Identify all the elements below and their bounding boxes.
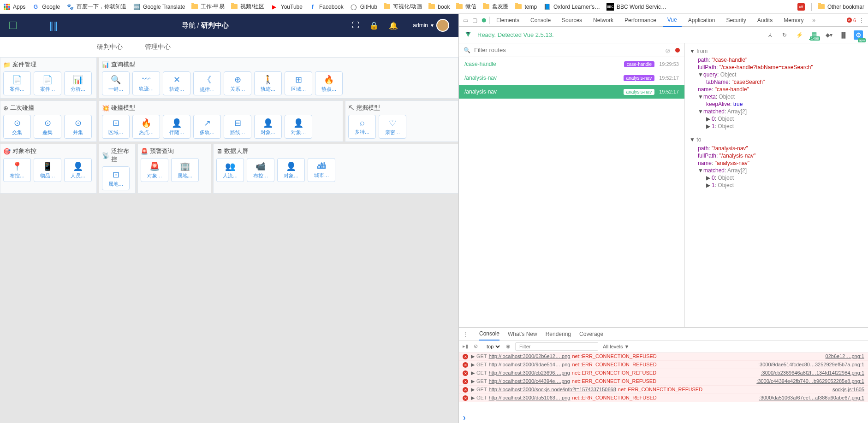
tile[interactable]: ↗多轨… [193,115,221,139]
log-row[interactable]: ✕▶GET http://localhost:3000/02b6e12….png… [459,352,868,361]
tile[interactable]: ♡亲密… [379,115,406,139]
tile[interactable]: ⊙交集 [3,115,31,139]
val-m0[interactable]: Object [718,116,734,122]
route-row[interactable]: /analysis-navanalysis-nav19:52:17 [459,85,684,99]
bookmark-folder-temp[interactable]: temp [515,4,537,10]
kebab-icon[interactable]: ⋮ [858,17,865,24]
bookmark-apps[interactable]: Apps [4,4,25,10]
console-prompt[interactable]: ❯ [459,413,868,423]
tile[interactable]: 🔍一键… [102,71,130,95]
val-meta[interactable]: Object [719,94,735,100]
tile[interactable]: 📱物品… [34,158,61,182]
tab-network[interactable]: Network [589,14,618,26]
bookmark-google[interactable]: GGoogle [32,3,60,11]
tile[interactable]: 👤伴随… [163,115,190,139]
route-row[interactable]: /analysis-navanalysis-nav19:52:17 [459,71,684,85]
bookmark-extension[interactable]: off [797,3,805,11]
tab-sources[interactable]: Sources [557,14,587,26]
record-icon[interactable] [675,48,680,53]
route-row[interactable]: /case-handlecase-handle19:29:53 [459,57,684,71]
log-source[interactable]: :3000/9dae514fcdec80…3252929ef5b7a.png:1 [758,362,864,368]
clear-icon[interactable]: ⊘ [474,343,480,350]
tab-research[interactable]: 研判中心 [97,38,123,56]
val-query[interactable]: Object [720,71,737,78]
tile[interactable]: 👤对象… [285,115,312,139]
tile[interactable]: 👤人员… [64,158,92,182]
tab-console[interactable]: Console [526,14,555,26]
breadcrumb-item[interactable]: 导航 [182,21,196,30]
drawer-tab-whatsnew[interactable]: What's New [508,328,537,340]
cube-icon[interactable]: ⬢ [480,17,488,24]
val-m0[interactable]: Object [718,175,734,181]
inspect-icon[interactable]: ▭ [462,17,469,24]
console-filter-input[interactable] [515,342,598,351]
tab-security[interactable]: Security [721,14,750,26]
tab-audits[interactable]: Audits [753,14,777,26]
device-icon[interactable]: ▢ [471,17,478,24]
breadcrumb-item[interactable]: 研判中心 [201,21,229,30]
tile[interactable]: ⊟路线… [224,115,251,139]
tile[interactable]: ⊡属地… [102,166,130,190]
tab-elements[interactable]: Elements [492,14,524,26]
log-source[interactable]: 02b6e12….png:1 [826,353,864,359]
error-badge[interactable]: ✕6 [847,18,856,23]
settings-icon[interactable]: ▐▌ [838,30,849,40]
tab-manage[interactable]: 管理中心 [145,38,171,56]
tab-memory[interactable]: Memory [779,14,808,26]
tile[interactable]: 👤对象… [254,115,282,139]
tile[interactable]: 🚨对象… [141,158,168,182]
bookmark-baidu[interactable]: 🐾百度一下，你就知道 [66,3,126,11]
tile[interactable]: ⊙并集 [64,115,92,139]
drawer-tab-rendering[interactable]: Rendering [546,328,571,340]
val-matched[interactable]: Array[2] [727,167,747,174]
bookmark-oxford[interactable]: 📘Oxford Learner's… [543,3,600,11]
section-to[interactable]: to [696,136,701,143]
bookmark-bbc[interactable]: BBCBBC World Servic… [606,3,666,11]
log-source[interactable]: :3000/cb2369646a8f2f…134fd14f22984.png:1 [761,370,864,376]
bell-icon[interactable]: 🔔 [389,21,398,30]
tile[interactable]: 👥人流… [216,158,244,182]
tile[interactable]: 📹布控… [247,158,274,182]
tile[interactable]: ✕轨迹… [163,71,190,95]
tab-performance[interactable]: Performance [620,14,661,26]
section-from[interactable]: from [696,48,707,54]
log-source[interactable]: :3000/c44394e42fb740…b9629052285e8.png:1 [756,378,864,384]
tile[interactable]: 〰轨迹… [132,71,160,95]
log-source[interactable]: :3000/da51063af67eef…af386a60abe67.png:1 [759,395,864,401]
log-row[interactable]: ✕▶GET http://localhost:3000/da51063….png… [459,394,868,402]
log-levels[interactable]: All levels ▼ [603,344,629,349]
drawer-tab-console[interactable]: Console [479,328,499,341]
block-icon[interactable]: ⊘ [665,47,672,53]
tile[interactable]: 🏙城市… [308,158,335,182]
menu-icon[interactable]: ‖‖ [49,20,58,31]
events-icon[interactable]: ⚡ [794,30,804,40]
tile[interactable]: 📍布控… [3,158,31,182]
tile[interactable]: 🔥热点… [132,115,160,139]
tile[interactable]: ⊞区域… [285,71,312,95]
drawer-menu-icon[interactable]: ⋮ [463,331,468,337]
tile[interactable]: 📄案件… [34,71,61,95]
bookmark-facebook[interactable]: fFacebook [309,3,344,11]
log-row[interactable]: ✕▶GET http://localhost:3000/9dae514….png… [459,361,868,369]
tile[interactable]: ⌕多特… [348,115,376,139]
tab-application[interactable]: Application [684,14,720,26]
fullscreen-icon[interactable]: ⛶ [352,21,359,29]
log-row[interactable]: ✕▶GET http://localhost:3000/c44394e….png… [459,377,868,386]
more-tabs-icon[interactable]: » [810,17,818,24]
val-matched[interactable]: Array[2] [727,108,747,115]
tile[interactable]: 🚶轨迹… [254,71,282,95]
components-icon[interactable]: ⅄ [765,30,775,40]
other-bookmarks[interactable]: Other bookmar [818,4,864,10]
refresh-icon[interactable]: ⚙new [853,30,863,40]
val-m1[interactable]: Object [718,182,734,188]
tile[interactable]: 📄案件… [3,71,31,95]
tile[interactable]: 《规律… [193,71,221,95]
tile[interactable]: 👤对象… [277,158,305,182]
filter-routes-input[interactable] [474,47,661,53]
val-m1[interactable]: Object [718,123,734,129]
tile[interactable]: 📊分析… [64,71,92,95]
tile[interactable]: 🔥热点… [315,71,343,95]
bookmark-folder-viz[interactable]: 可视化/动画 [384,3,422,11]
live-expr-icon[interactable]: ◉ [506,343,511,349]
bookmark-folder-book[interactable]: book [428,4,450,10]
